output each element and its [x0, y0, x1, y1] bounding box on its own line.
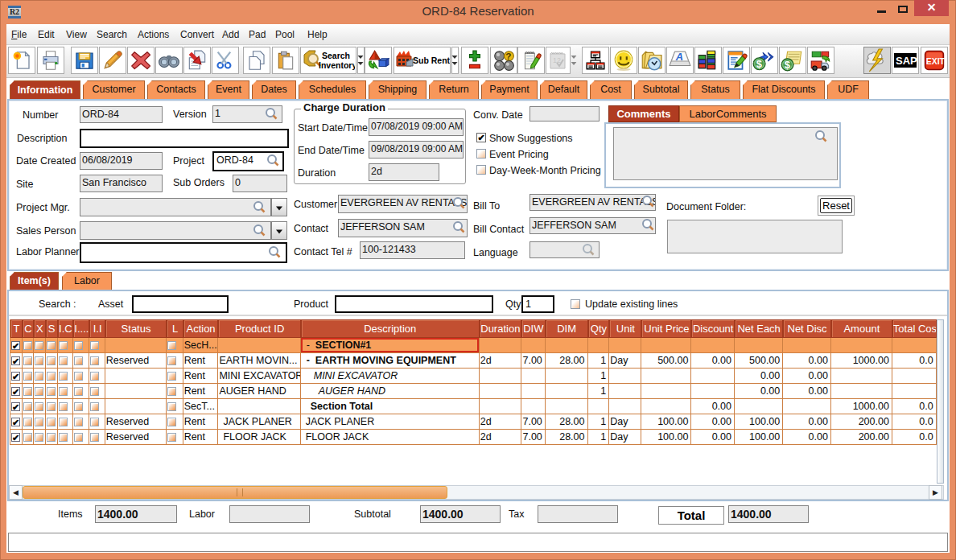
svg-text:$: $: [785, 59, 790, 71]
svg-text:?: ?: [505, 51, 511, 62]
svg-text:SAP: SAP: [896, 55, 917, 67]
svg-text:Search: Search: [322, 51, 350, 60]
svg-text:A: A: [675, 51, 683, 63]
svg-text:Inventory: Inventory: [319, 60, 355, 70]
svg-text:EXIT: EXIT: [926, 57, 946, 66]
svg-text:$: $: [756, 58, 762, 70]
svg-text:Sub Rent: Sub Rent: [413, 56, 450, 65]
